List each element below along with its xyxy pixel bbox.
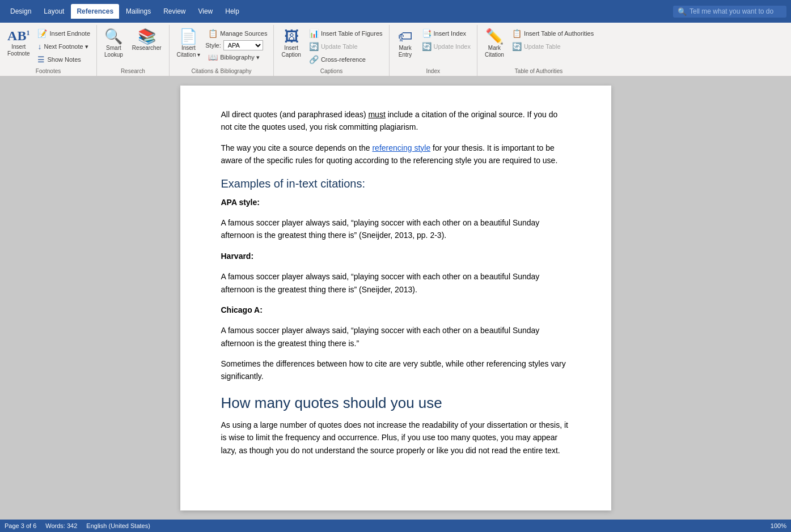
footnotes-items: AB1 InsertFootnote 📝 Insert Endnote ↓ Ne… <box>3 26 93 67</box>
manage-sources-button[interactable]: 📋 Manage Sources <box>205 27 270 40</box>
captions-group-label: Captions <box>277 67 385 76</box>
ribbon-group-captions: 🖼 InsertCaption 📊 Insert Table of Figure… <box>274 25 389 76</box>
researcher-button[interactable]: 📚 Researcher <box>128 26 166 54</box>
mark-entry-icon: 🏷 <box>398 29 413 44</box>
update-index-button[interactable]: 🔄 Update Index <box>419 40 473 53</box>
insert-endnote-icon: 📝 <box>37 29 47 38</box>
update-table-captions-button[interactable]: 🔄 Update Table <box>306 40 386 53</box>
cross-reference-label: Cross-reference <box>321 56 366 63</box>
tab-references[interactable]: References <box>71 4 119 19</box>
word-count: Words: 342 <box>45 522 77 529</box>
tab-design[interactable]: Design <box>5 4 37 19</box>
cross-reference-button[interactable]: 🔗 Cross-reference <box>306 53 386 66</box>
harvard-example: A famous soccer player always said, “pla… <box>221 270 570 296</box>
authorities-group-label: Table of Authorities <box>481 67 597 76</box>
ribbon-group-citations: 📄 InsertCitation ▾ 📋 Manage Sources Styl… <box>170 25 274 76</box>
update-table-auth-button[interactable]: 🔄 Update Table <box>509 40 597 53</box>
doc-page[interactable]: All direct quotes (and paraphrased ideas… <box>180 86 611 510</box>
chicago-example: A famous soccer player always said, “pla… <box>221 324 570 350</box>
update-index-label: Update Index <box>434 43 471 50</box>
researcher-icon: 📚 <box>138 29 156 44</box>
captions-col: 📊 Insert Table of Figures 🔄 Update Table… <box>306 26 386 66</box>
apa-example: A famous soccer player always said, “pla… <box>221 216 570 242</box>
referencing-style-link[interactable]: referencing style <box>372 143 430 152</box>
tab-layout[interactable]: Layout <box>38 4 70 19</box>
manage-sources-label: Manage Sources <box>220 30 267 37</box>
insert-index-button[interactable]: 📑 Insert Index <box>419 27 473 40</box>
document-area: All direct quotes (and paraphrased ideas… <box>0 76 791 520</box>
mark-entry-label: MarkEntry <box>399 45 412 58</box>
insert-footnote-icon: AB1 <box>7 29 29 42</box>
style-row: Style: APA Harvard Chicago MLA <box>205 40 270 50</box>
research-items: 🔍 SmartLookup 📚 Researcher <box>100 26 166 67</box>
harvard-label: Harvard: <box>221 250 570 262</box>
index-group-label: Index <box>393 67 473 76</box>
citations-items: 📄 InsertCitation ▾ 📋 Manage Sources Styl… <box>173 26 270 67</box>
status-bar: Page 3 of 6 Words: 342 English (United S… <box>0 520 791 532</box>
insert-table-authorities-icon: 📋 <box>512 29 522 38</box>
insert-citation-button[interactable]: 📄 InsertCitation ▾ <box>173 26 205 61</box>
cross-reference-icon: 🔗 <box>309 55 319 64</box>
search-input[interactable] <box>690 7 780 15</box>
heading-how-many: How many quotes should you use <box>221 394 570 412</box>
update-index-icon: 🔄 <box>422 42 432 51</box>
update-table-captions-icon: 🔄 <box>309 42 319 51</box>
index-col: 📑 Insert Index 🔄 Update Index <box>419 26 473 53</box>
chicago-label: Chicago A: <box>221 304 570 316</box>
insert-footnote-button[interactable]: AB1 InsertFootnote <box>3 26 33 60</box>
insert-citation-label: InsertCitation ▾ <box>177 45 201 58</box>
insert-table-figures-label: Insert Table of Figures <box>321 30 383 37</box>
next-footnote-icon: ↓ <box>37 42 41 51</box>
insert-index-label: Insert Index <box>434 30 466 37</box>
insert-endnote-button[interactable]: 📝 Insert Endnote <box>35 27 93 40</box>
update-table-captions-label: Update Table <box>321 43 358 50</box>
citations-col: 📋 Manage Sources Style: APA Harvard Chic… <box>205 26 270 63</box>
ribbon-group-authorities: ✏️ MarkCitation 📋 Insert Table of Author… <box>477 25 600 76</box>
authorities-col: 📋 Insert Table of Authorities 🔄 Update T… <box>509 26 597 53</box>
bibliography-button[interactable]: 📖 Bibliography ▾ <box>205 51 270 63</box>
status-right: 100% <box>771 522 786 529</box>
insert-table-authorities-button[interactable]: 📋 Insert Table of Authorities <box>509 27 597 40</box>
update-table-auth-label: Update Table <box>524 43 561 50</box>
mark-entry-button[interactable]: 🏷 MarkEntry <box>393 26 418 61</box>
insert-endnote-label: Insert Endnote <box>49 30 90 37</box>
paragraph-1: All direct quotes (and paraphrased ideas… <box>221 108 570 134</box>
captions-items: 🖼 InsertCaption 📊 Insert Table of Figure… <box>277 26 385 67</box>
researcher-label: Researcher <box>132 45 162 52</box>
insert-citation-icon: 📄 <box>179 29 197 44</box>
tab-view[interactable]: View <box>192 4 218 19</box>
insert-caption-button[interactable]: 🖼 InsertCaption <box>277 26 304 61</box>
bibliography-label: Bibliography ▾ <box>220 54 260 61</box>
insert-table-figures-icon: 📊 <box>309 29 319 38</box>
insert-caption-label: InsertCaption <box>281 45 301 58</box>
manage-sources-icon: 📋 <box>208 29 218 38</box>
citations-group-label: Citations & Bibliography <box>173 67 270 76</box>
style-select[interactable]: APA Harvard Chicago MLA <box>223 40 263 50</box>
paragraph-how-many: As using a large number of quotes does n… <box>221 419 570 457</box>
next-footnote-button[interactable]: ↓ Next Footnote ▾ <box>35 40 93 53</box>
tab-mailings[interactable]: Mailings <box>120 4 156 19</box>
authorities-items: ✏️ MarkCitation 📋 Insert Table of Author… <box>481 26 597 67</box>
insert-table-figures-button[interactable]: 📊 Insert Table of Figures <box>306 27 386 40</box>
paragraph-differences: Sometimes the differences between how to… <box>221 357 570 383</box>
tab-review[interactable]: Review <box>158 4 191 19</box>
smart-lookup-label: SmartLookup <box>104 45 123 58</box>
mark-citation-icon: ✏️ <box>485 29 504 44</box>
insert-footnote-label: InsertFootnote <box>7 44 29 57</box>
update-table-auth-icon: 🔄 <box>512 42 522 51</box>
ribbon-group-index: 🏷 MarkEntry 📑 Insert Index 🔄 Update Inde… <box>390 25 477 76</box>
language: English (United States) <box>86 522 150 529</box>
smart-lookup-button[interactable]: 🔍 SmartLookup <box>100 26 127 61</box>
index-items: 🏷 MarkEntry 📑 Insert Index 🔄 Update Inde… <box>393 26 473 67</box>
page-info: Page 3 of 6 <box>5 522 36 529</box>
must-text: must <box>368 110 385 119</box>
heading-examples: Examples of in-text citations: <box>221 177 570 190</box>
bibliography-icon: 📖 <box>208 53 218 62</box>
search-bar[interactable]: 🔍 <box>673 6 786 18</box>
menu-bar: Design Layout References Mailings Review… <box>0 0 791 23</box>
mark-citation-button[interactable]: ✏️ MarkCitation <box>481 26 508 61</box>
show-notes-button[interactable]: ☰ Show Notes <box>35 53 93 66</box>
smart-lookup-icon: 🔍 <box>104 29 122 44</box>
tab-help[interactable]: Help <box>219 4 245 19</box>
show-notes-label: Show Notes <box>47 56 81 63</box>
